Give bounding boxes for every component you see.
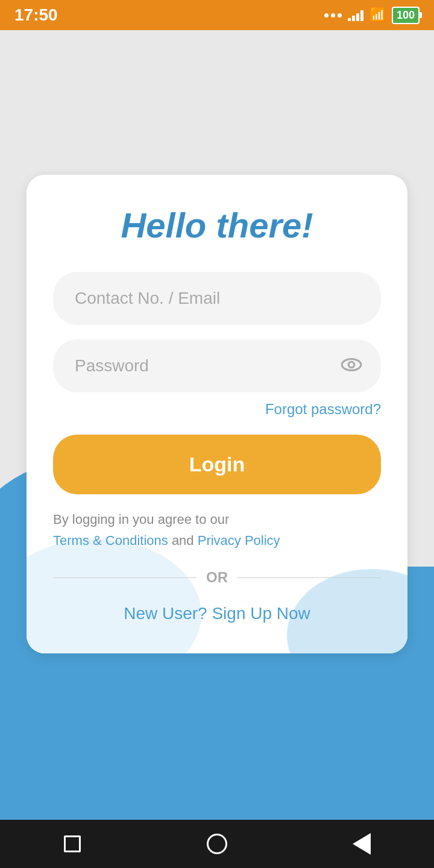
login-button[interactable]: Login (53, 435, 381, 494)
privacy-policy-link[interactable]: Privacy Policy (198, 533, 280, 548)
home-icon (207, 834, 227, 854)
recent-apps-button[interactable] (54, 826, 90, 862)
forgot-password-link[interactable]: Forgot password? (265, 401, 381, 417)
toggle-password-icon[interactable] (340, 353, 363, 379)
or-text: OR (206, 569, 228, 586)
status-icons: 📶 100 (324, 7, 420, 24)
status-bar: 17:50 📶 100 (0, 0, 434, 30)
or-divider: OR (53, 569, 381, 586)
battery-icon: 100 (392, 7, 420, 24)
back-button[interactable] (344, 826, 380, 862)
forgot-password-container: Forgot password? (53, 401, 381, 418)
signal-icon (348, 9, 363, 21)
and-text: and (172, 533, 198, 548)
contact-email-input[interactable] (53, 272, 381, 325)
login-card: Hello there! Forgot password? Login By l… (27, 175, 407, 653)
status-time: 17:50 (14, 5, 58, 25)
more-dots-icon (324, 13, 342, 17)
terms-prefix-text: By logging in you agree to our (53, 512, 229, 527)
svg-point-0 (342, 359, 361, 371)
or-line-right (237, 577, 381, 578)
back-icon (353, 833, 371, 855)
page-title: Hello there! (53, 205, 381, 245)
recent-apps-icon (64, 835, 81, 852)
wifi-icon: 📶 (370, 7, 386, 23)
terms-container: By logging in you agree to our Terms & C… (53, 509, 381, 551)
home-button[interactable] (199, 826, 235, 862)
password-input[interactable] (53, 339, 381, 392)
background: Hello there! Forgot password? Login By l… (0, 30, 434, 868)
terms-link[interactable]: Terms & Conditions (53, 533, 168, 548)
card-content: Hello there! Forgot password? Login By l… (53, 205, 381, 623)
nav-bar (0, 820, 434, 868)
or-line-left (53, 577, 197, 578)
password-wrapper (53, 339, 381, 392)
svg-point-1 (348, 362, 354, 368)
signup-link[interactable]: New User? Sign Up Now (53, 604, 381, 623)
